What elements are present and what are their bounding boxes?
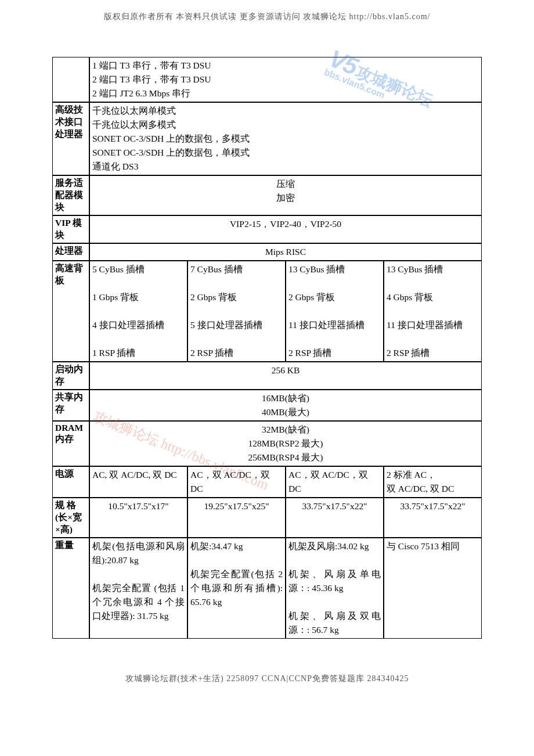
- row-label-vip: VIP 模块: [52, 215, 89, 243]
- table-row: 重量 机架(包括电源和风扇组):20.87 kg 机架完全配置 (包括 1 个冗…: [52, 538, 482, 639]
- table-row: 高速背板 5 CyBus 插槽 1 Gbps 背板 4 接口处理器插槽 1 RS…: [52, 261, 482, 362]
- cell-cpu: Mips RISC: [89, 243, 482, 261]
- cell-weight-2: 机架及风扇:34.02 kg 机架、风扇及单电源：: 45.36 kg 机架、风…: [286, 538, 384, 639]
- table-row: 1 端口 T3 串行，带有 T3 DSU 2 端口 T3 串行，带有 T3 DS…: [52, 57, 482, 102]
- cell-backplane-1: 7 CyBus 插槽 2 Gbps 背板 5 接口处理器插槽 2 RSP 插槽: [187, 261, 286, 362]
- table-row: 电源 AC, 双 AC/DC, 双 DC AC，双 AC/DC，双 DC AC，…: [52, 466, 482, 498]
- cell-power-3: 2 标准 AC， 双 AC/DC, 双 DC: [384, 466, 482, 498]
- cell-shmem: 16MB(缺省) 40MB(最大): [89, 390, 482, 421]
- row-label-backplane: 高速背板: [52, 261, 89, 362]
- table-row: 规 格(长×宽×高) 10.5"x17.5"x17" 19.25"x17.5"x…: [52, 498, 482, 538]
- cell-svcmod: 压缩 加密: [89, 175, 482, 215]
- cell-ports: 1 端口 T3 串行，带有 T3 DSU 2 端口 T3 串行，带有 T3 DS…: [89, 57, 482, 102]
- cell-backplane-2: 13 CyBus 插槽 2 Gbps 背板 11 接口处理器插槽 2 RSP 插…: [286, 261, 384, 362]
- table-row: 高级技术接口处理器 千兆位以太网单模式 千兆位以太网多模式 SONET OC-3…: [52, 102, 482, 175]
- spec-table: 1 端口 T3 串行，带有 T3 DSU 2 端口 T3 串行，带有 T3 DS…: [52, 57, 482, 639]
- cell-dram: 32MB(缺省) 128MB(RSP2 最大) 256MB(RSP4 最大): [89, 421, 482, 466]
- cell-power-0: AC, 双 AC/DC, 双 DC: [89, 466, 187, 498]
- row-label-svcmod: 服务适配器模块: [52, 175, 89, 215]
- row-label-advintf: 高级技术接口处理器: [52, 102, 89, 175]
- row-label-dram: DRAM内存: [52, 421, 89, 466]
- row-label-weight: 重量: [52, 538, 89, 639]
- row-label-dim: 规 格(长×宽×高): [52, 498, 89, 538]
- page-footer: 攻城狮论坛群(技术+生活) 2258097 CCNA|CCNP免费答疑题库 28…: [0, 674, 534, 684]
- table-row: VIP 模块 VIP2-15，VIP2-40，VIP2-50: [52, 215, 482, 243]
- table-row: 启动内存 256 KB: [52, 362, 482, 390]
- row-label-power: 电源: [52, 466, 89, 498]
- row-label-cpu: 处理器: [52, 243, 89, 261]
- cell-dim-3: 33.75"x17.5"x22": [384, 498, 482, 538]
- cell-vip: VIP2-15，VIP2-40，VIP2-50: [89, 215, 482, 243]
- row-label-empty: [52, 57, 89, 102]
- cell-weight-3: 与 Cisco 7513 相同: [384, 538, 482, 639]
- table-row: 处理器 Mips RISC: [52, 243, 482, 261]
- cell-dim-1: 19.25"x17.5"x25": [187, 498, 286, 538]
- cell-dim-0: 10.5"x17.5"x17": [89, 498, 187, 538]
- table-row: DRAM内存 32MB(缺省) 128MB(RSP2 最大) 256MB(RSP…: [52, 421, 482, 466]
- cell-weight-0: 机架(包括电源和风扇组):20.87 kg 机架完全配置 (包括 1 个冗余电源…: [89, 538, 187, 639]
- cell-power-1: AC，双 AC/DC，双 DC: [187, 466, 286, 498]
- cell-bootmem: 256 KB: [89, 362, 482, 390]
- cell-power-2: AC，双 AC/DC，双 DC: [286, 466, 384, 498]
- cell-weight-1: 机架:34.47 kg 机架完全配置(包括 2 个电源和所有插槽): 65.76…: [187, 538, 286, 639]
- cell-advintf: 千兆位以太网单模式 千兆位以太网多模式 SONET OC-3/SDH 上的数据包…: [89, 102, 482, 175]
- table-row: 共享内存 16MB(缺省) 40MB(最大): [52, 390, 482, 421]
- row-label-shmem: 共享内存: [52, 390, 89, 421]
- page-header: 版权归原作者所有 本资料只供试读 更多资源请访问 攻城狮论坛 http://bb…: [0, 12, 534, 22]
- cell-dim-2: 33.75"x17.5"x22": [286, 498, 384, 538]
- row-label-bootmem: 启动内存: [52, 362, 89, 390]
- cell-backplane-0: 5 CyBus 插槽 1 Gbps 背板 4 接口处理器插槽 1 RSP 插槽: [89, 261, 187, 362]
- table-row: 服务适配器模块 压缩 加密: [52, 175, 482, 215]
- cell-backplane-3: 13 CyBus 插槽 4 Gbps 背板 11 接口处理器插槽 2 RSP 插…: [384, 261, 482, 362]
